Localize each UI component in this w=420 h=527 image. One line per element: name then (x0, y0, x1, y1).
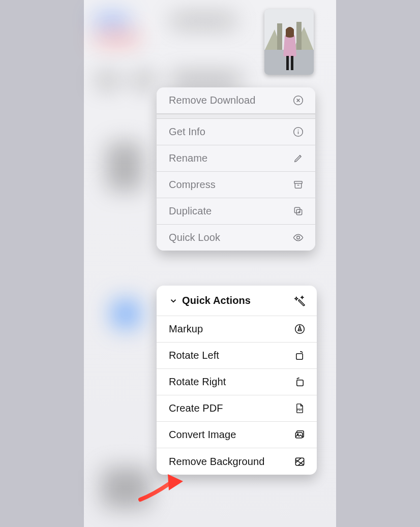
selected-image-thumbnail[interactable] (264, 9, 314, 75)
eye-icon (292, 232, 304, 243)
svg-rect-13 (294, 181, 302, 183)
images-icon (294, 429, 306, 441)
info-icon (292, 126, 304, 138)
remove-background-icon (294, 456, 306, 468)
svg-rect-8 (286, 56, 289, 70)
menu-item-label: Rotate Left (169, 350, 219, 361)
pdf-file-icon: PDF (294, 402, 306, 414)
rotate-right-item[interactable]: Rotate Right (157, 369, 317, 395)
remove-download-item[interactable]: Remove Download (157, 87, 315, 114)
menu-separator (157, 114, 315, 119)
svg-rect-9 (291, 56, 293, 70)
svg-point-16 (297, 236, 300, 239)
svg-rect-4 (277, 23, 282, 51)
context-menu: Remove Download Get Info Rename Compress… (157, 87, 315, 251)
menu-item-label: Markup (169, 323, 203, 335)
menu-item-label: Quick Look (169, 232, 220, 243)
rotate-left-item[interactable]: Rotate Left (157, 343, 317, 369)
get-info-item[interactable]: Get Info (157, 119, 315, 145)
markup-item[interactable]: Markup (157, 316, 317, 343)
svg-rect-18 (296, 354, 303, 360)
rename-item[interactable]: Rename (157, 145, 315, 172)
svg-rect-19 (297, 380, 303, 386)
menu-header-label: Quick Actions (182, 295, 251, 306)
quick-actions-menu: Quick Actions Markup Rotate Left Rotate … (157, 286, 317, 475)
rotate-left-icon (294, 350, 306, 361)
menu-item-label: Convert Image (169, 429, 236, 441)
menu-item-label: Create PDF (169, 402, 223, 414)
svg-point-12 (298, 130, 299, 131)
svg-rect-5 (296, 22, 302, 51)
remove-background-item[interactable]: Remove Background (157, 448, 317, 475)
quick-look-item[interactable]: Quick Look (157, 225, 315, 251)
menu-item-label: Remove Download (169, 95, 255, 106)
menu-item-label: Duplicate (169, 205, 212, 217)
duplicate-icon (292, 205, 304, 217)
menu-item-label: Compress (169, 179, 216, 191)
svg-rect-21 (295, 432, 302, 438)
chevron-down-icon (169, 296, 178, 305)
archive-icon (292, 179, 304, 191)
quick-actions-header[interactable]: Quick Actions (157, 286, 317, 316)
markup-icon (294, 323, 306, 335)
sparkle-wand-icon (294, 295, 306, 306)
convert-image-item[interactable]: Convert Image (157, 422, 317, 448)
pencil-icon (292, 152, 304, 164)
menu-item-label: Rotate Right (169, 376, 226, 388)
create-pdf-item[interactable]: Create PDF PDF (157, 395, 317, 422)
close-circle-icon (292, 95, 304, 106)
svg-text:PDF: PDF (297, 408, 303, 411)
menu-item-label: Get Info (169, 126, 205, 138)
duplicate-item[interactable]: Duplicate (157, 198, 315, 225)
compress-item[interactable]: Compress (157, 172, 315, 198)
menu-item-label: Rename (169, 152, 207, 164)
menu-item-label: Remove Background (169, 455, 264, 468)
rotate-right-icon (294, 376, 306, 388)
